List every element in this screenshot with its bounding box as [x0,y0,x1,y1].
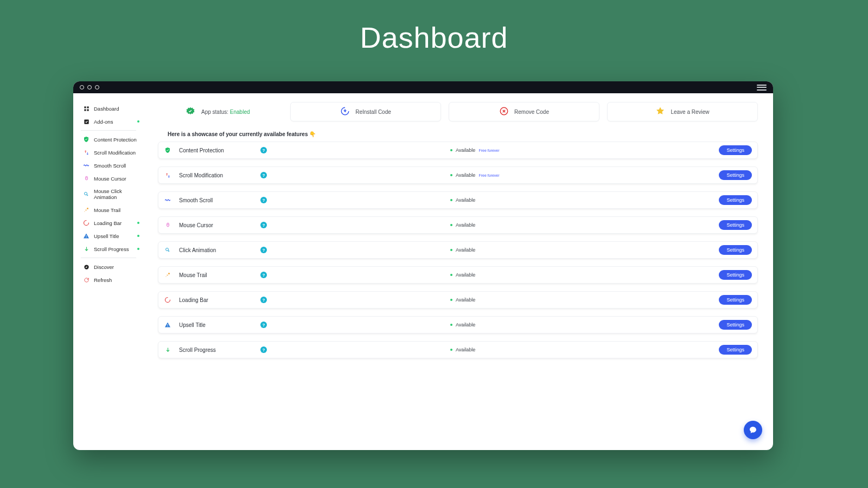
click-icon [83,191,90,197]
feature-row-smooth-scroll: Smooth Scroll ? Available Settings [158,191,758,209]
settings-button[interactable]: Settings [719,220,752,230]
svg-point-18 [165,276,167,277]
window-controls[interactable] [80,85,99,89]
svg-point-10 [87,208,88,209]
grid-icon [83,105,90,112]
settings-button[interactable]: Settings [719,320,752,330]
availability: Available [277,222,709,228]
svg-rect-3 [87,109,88,111]
help-icon[interactable]: ? [260,322,267,328]
sidebar-item-label: Add-ons [94,119,113,125]
feature-row-loading-bar: Loading Bar ? Available Settings [158,291,758,309]
feature-row-mouse-trail: Mouse Trail ? Available Settings [158,266,758,284]
status-dot-icon [450,274,452,276]
settings-button[interactable]: Settings [719,170,752,180]
sidebar-item-dashboard[interactable]: Dashboard [83,102,138,115]
sidebar-item-label: Smooth Scroll [94,163,126,169]
feature-name: Click Animation [179,247,260,253]
leave-a-review-button[interactable]: Leave a Review [607,102,758,121]
sidebar-item-scroll-progress[interactable]: Scroll Progress [83,242,138,255]
feature-name: Mouse Cursor [179,222,260,228]
scroll-mod-icon [83,149,90,156]
spinner-icon [164,296,171,304]
wave-icon [164,196,171,204]
star-icon [655,106,665,117]
warning-icon [83,233,90,239]
sidebar-item-mouse-click-animation[interactable]: Mouse Click Animation [83,185,138,203]
trail-icon [83,207,90,213]
availability-label: Available [456,247,475,253]
sidebar-item-label: Upsell Title [94,233,119,239]
sidebar-item-discover[interactable]: Discover [83,260,138,273]
sidebar-item-mouse-cursor[interactable]: Mouse Cursor [83,172,138,185]
settings-button[interactable]: Settings [719,195,752,205]
svg-rect-21 [168,324,168,326]
remove-code-button[interactable]: Remove Code [449,102,599,121]
svg-rect-11 [86,235,87,237]
sidebar-item-scroll-modification[interactable]: Scroll Modification [83,146,138,159]
hamburger-menu-icon[interactable] [757,85,767,91]
shield-check-icon [83,136,90,143]
sidebar-item-mouse-trail[interactable]: Mouse Trail [83,203,138,216]
availability: Available [277,247,709,253]
svg-rect-6 [86,177,87,178]
help-icon[interactable]: ? [260,147,267,153]
availability-label: Available [456,147,475,153]
sidebar-item-loading-bar[interactable]: Loading Bar [83,216,138,229]
free-tag: Free forever [478,174,499,177]
status-dot-icon [450,324,452,326]
settings-button[interactable]: Settings [719,295,752,305]
cursor-icon [164,221,171,229]
window-dot[interactable] [80,85,84,89]
settings-button[interactable]: Settings [719,270,752,280]
cursor-icon [83,175,90,182]
scroll-mod-icon [164,171,171,179]
app-window: Dashboard Add-ons Content Protection Scr… [73,81,773,450]
sidebar-item-label: Dashboard [94,106,119,112]
chat-fab[interactable] [744,421,762,439]
wave-icon [83,162,90,169]
shield-check-icon [164,146,171,154]
svg-rect-16 [168,223,168,224]
sidebar-item-label: Refresh [94,277,112,283]
sidebar-item-label: Mouse Trail [94,207,120,213]
free-tag: Free forever [478,149,499,152]
feature-row-scroll-progress: Scroll Progress ? Available Settings [158,341,758,358]
settings-button[interactable]: Settings [719,345,752,355]
svg-point-9 [85,209,87,211]
reinstall-code-button[interactable]: ReInstall Code [290,102,441,121]
availability: Available Free forever [277,147,709,153]
help-icon[interactable]: ? [260,172,267,178]
titlebar [73,81,773,93]
sidebar-item-refresh[interactable]: Refresh [83,273,138,286]
feature-row-upsell-title: Upsell Title ? Available Settings [158,316,758,333]
availability: Available [277,347,709,352]
help-icon[interactable]: ? [260,346,267,353]
sidebar-item-content-protection[interactable]: Content Protection [83,133,138,146]
feature-row-scroll-modification: Scroll Modification ? Available Free for… [158,166,758,184]
sidebar-item-label: Mouse Click Animation [94,188,138,200]
svg-rect-2 [84,109,86,111]
help-icon[interactable]: ? [260,247,267,253]
help-icon[interactable]: ? [260,297,267,303]
feature-name: Content Protection [179,147,260,153]
notif-dot [137,248,139,250]
help-icon[interactable]: ? [260,197,267,203]
action-label: ReInstall Code [355,109,391,115]
svg-rect-22 [168,326,168,327]
help-icon[interactable]: ? [260,272,267,278]
sidebar-item-add-ons[interactable]: Add-ons [83,115,138,128]
settings-button[interactable]: Settings [719,245,752,255]
availability-label: Available [456,197,475,203]
settings-button[interactable]: Settings [719,145,752,155]
check-square-icon [83,118,90,125]
sidebar-item-smooth-scroll[interactable]: Smooth Scroll [83,159,138,172]
svg-point-20 [168,273,170,274]
feature-name: Scroll Modification [179,172,260,178]
sidebar-item-upsell-title[interactable]: Upsell Title [83,229,138,242]
window-dot[interactable] [95,85,99,89]
app-status: App status: Enabled [158,102,283,121]
help-icon[interactable]: ? [260,222,267,228]
window-dot[interactable] [87,85,92,89]
trail-icon [164,271,171,279]
